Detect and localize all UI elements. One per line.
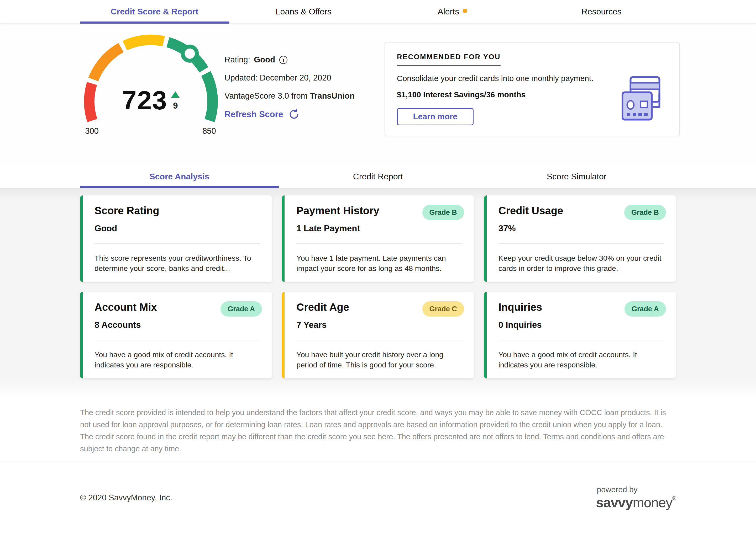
score-section-tabs: Score Analysis Credit Report Score Simul… [0,165,756,188]
score-model: VantageScore 3.0 from [225,91,308,101]
rating-row: Rating: Good [225,55,355,65]
card-value: 37% [499,223,664,234]
nav-tab-resources[interactable]: Resources [527,0,676,23]
inquiries-card[interactable]: Inquiries Grade A 0 Inquiries You have a… [484,292,676,379]
savvymoney-logo: powered by savvymoney® [596,485,676,510]
credit-score-gauge: 300 850 723 9 [83,35,219,140]
gauge-segment-orange [93,48,121,79]
nav-tab-label: Resources [582,7,621,16]
card-value: 8 Accounts [95,320,260,330]
card-divider [95,243,260,244]
score-model-row: VantageScore 3.0 from TransUnion [225,91,355,101]
card-value: 0 Inquiries [499,320,664,330]
account-mix-card[interactable]: Account Mix Grade A 8 Accounts You have … [80,292,272,379]
brand-wordmark: savvymoney® [596,494,676,510]
nav-tab-loans-offers[interactable]: Loans & Offers [229,0,378,23]
card-divider [95,340,260,340]
card-title: Score Rating [95,205,260,217]
grade-badge: Grade A [624,301,666,317]
nav-tab-alerts[interactable]: Alerts [378,0,527,23]
alert-notification-dot [463,9,467,13]
tab-score-analysis[interactable]: Score Analysis [80,165,279,188]
score-display: 723 9 [109,87,193,113]
grade-badge: Grade C [422,301,464,317]
card-divider [499,243,664,244]
refresh-score-label: Refresh Score [225,109,283,119]
brand-bold: savvy [596,495,633,510]
rating-label: Rating: [225,55,250,65]
gauge-segment-yellow [125,40,164,46]
tab-credit-report[interactable]: Credit Report [279,165,477,188]
learn-more-button[interactable]: Learn more [397,108,473,126]
score-analysis-section: Score Rating Good This score represents … [0,188,756,396]
sub-tab-label: Credit Report [353,172,403,182]
sub-tab-label: Score Simulator [547,172,607,182]
score-rating-details: Rating: Good Updated: December 20, 2020 … [225,55,355,120]
registered-mark: ® [672,495,676,501]
card-value: Good [95,223,260,234]
bureau-name: TransUnion [310,91,355,101]
credit-cards-icon [621,76,661,122]
card-description: You have 1 late payment. Late payments c… [296,253,463,273]
legal-disclaimer-text: The credit score provided is intended to… [80,407,676,455]
grade-badge: Grade A [221,301,262,317]
powered-by-text: powered by [597,485,676,494]
gauge-score-marker [183,46,197,61]
disclaimer-section: The credit score provided is intended to… [0,396,756,462]
rating-info-icon[interactable] [279,56,287,64]
gauge-segment-green-2 [206,73,213,120]
card-value: 7 Years [296,320,462,330]
rating-value: Good [254,55,275,65]
card-description: You have a good mix of credit accounts. … [95,350,261,370]
credit-age-card[interactable]: Credit Age Grade C 7 Years You have buil… [282,292,474,379]
gauge-segment-red [89,83,92,120]
credit-usage-card[interactable]: Credit Usage Grade B 37% Keep your credi… [484,195,676,282]
payment-history-card[interactable]: Payment History Grade B 1 Late Payment Y… [282,195,474,282]
tab-score-simulator[interactable]: Score Simulator [477,165,676,188]
page-footer: © 2020 SavvyMoney, Inc. powered by savvy… [0,462,756,535]
score-delta-value: 9 [173,101,178,111]
credit-score-hero: 300 850 723 9 Rating: Good Updated: Dece… [0,24,756,165]
copyright-text: © 2020 SavvyMoney, Inc. [80,493,172,502]
credit-score-value: 723 [122,87,167,113]
sub-tab-label: Score Analysis [149,172,209,182]
nav-tab-credit-score-report[interactable]: Credit Score & Report [80,0,229,23]
grade-badge: Grade B [422,205,464,220]
refresh-icon [288,109,299,120]
score-increase-arrow-icon [171,91,180,98]
score-rating-card[interactable]: Score Rating Good This score represents … [80,195,272,282]
gauge-min-label: 300 [85,127,99,136]
card-description: Keep your credit usage below 30% on your… [499,253,665,273]
active-tab-underline [80,21,229,24]
recommended-offer-card: RECOMMENDED FOR YOU Consolidate your cre… [384,42,680,136]
nav-tab-label: Credit Score & Report [111,7,198,16]
gauge-max-label: 850 [202,127,216,136]
card-description: You have built your credit history over … [296,350,463,370]
card-description: This score represents your creditworthin… [95,253,261,273]
refresh-score-link[interactable]: Refresh Score [225,109,355,120]
brand-regular: money [633,495,672,510]
card-divider [499,340,664,340]
card-divider [296,340,462,340]
grade-badge: Grade B [624,205,666,220]
recommended-eyebrow: RECOMMENDED FOR YOU [397,53,500,66]
nav-tab-label: Alerts [438,7,459,16]
card-divider [296,243,462,244]
active-subtab-underline [80,186,279,188]
nav-tab-label: Loans & Offers [276,7,332,16]
top-navigation: Credit Score & Report Loans & Offers Ale… [0,0,756,24]
updated-date: Updated: December 20, 2020 [225,73,355,83]
card-description: You have a good mix of credit accounts. … [499,350,665,370]
card-value: 1 Late Payment [296,223,462,234]
